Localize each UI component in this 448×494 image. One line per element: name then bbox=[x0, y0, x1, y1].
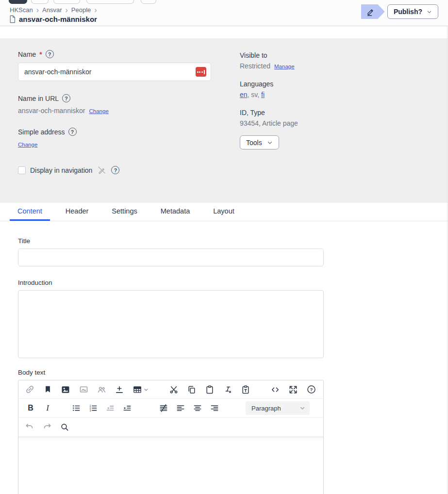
numbered-list-icon: 1 2 3 bbox=[88, 403, 98, 413]
page-title-row: ansvar-och-människor bbox=[9, 15, 97, 23]
chevron-down-icon bbox=[299, 405, 305, 411]
undo-icon bbox=[25, 422, 34, 432]
change-simple-address-link[interactable]: Change bbox=[18, 142, 37, 148]
fullscreen-button[interactable] bbox=[287, 382, 299, 397]
pencil-disabled-icon bbox=[97, 165, 107, 175]
svg-text:3: 3 bbox=[90, 409, 91, 412]
properties-panel: Name * ? Name in URL ? ansvar-och-mannis… bbox=[0, 38, 448, 203]
name-input[interactable] bbox=[18, 63, 211, 81]
tab-layout[interactable]: Layout bbox=[205, 203, 242, 221]
redo-icon bbox=[42, 422, 52, 432]
remove-format-button[interactable] bbox=[221, 382, 234, 397]
paste-text-icon bbox=[241, 385, 250, 395]
body-text-editing-area[interactable] bbox=[18, 437, 323, 494]
source-code-button[interactable] bbox=[269, 382, 282, 397]
title-label: Title bbox=[18, 237, 448, 245]
paste-button[interactable] bbox=[203, 382, 216, 397]
insert-content-button[interactable] bbox=[113, 382, 126, 397]
cut-off-button[interactable] bbox=[31, 0, 49, 4]
justify-none-icon bbox=[159, 403, 168, 413]
title-input[interactable] bbox=[18, 248, 324, 266]
redo-button[interactable] bbox=[41, 420, 53, 434]
table-icon bbox=[133, 385, 142, 395]
help-icon[interactable]: ? bbox=[68, 128, 77, 136]
editor-help-button[interactable]: ? bbox=[305, 382, 317, 397]
cut-off-button[interactable] bbox=[141, 0, 156, 4]
source-code-icon bbox=[270, 385, 280, 395]
paste-as-text-button[interactable] bbox=[239, 382, 252, 397]
breadcrumb-separator: › bbox=[66, 7, 68, 13]
tools-button[interactable]: Tools bbox=[240, 135, 279, 149]
name-in-url-label: Name in URL bbox=[18, 95, 59, 102]
language-link-fi[interactable]: fi bbox=[261, 91, 265, 99]
breadcrumb-item[interactable]: People bbox=[71, 6, 91, 14]
link-button[interactable] bbox=[23, 382, 36, 397]
cut-icon bbox=[169, 385, 179, 395]
cut-off-button[interactable] bbox=[53, 0, 80, 4]
outdent-button[interactable] bbox=[104, 401, 116, 415]
format-dropdown[interactable]: Paragraph bbox=[246, 401, 310, 415]
help-icon[interactable]: ? bbox=[46, 50, 54, 58]
breadcrumb-item[interactable]: Ansvar bbox=[42, 6, 62, 14]
numbered-list-button[interactable]: 1 2 3 bbox=[87, 401, 100, 415]
languages-label: Languages bbox=[240, 80, 376, 88]
cut-button[interactable] bbox=[167, 382, 180, 397]
cut-off-button[interactable] bbox=[9, 0, 27, 4]
tab-content[interactable]: Content bbox=[10, 203, 50, 221]
justify-none-button[interactable] bbox=[157, 401, 170, 415]
indent-button[interactable] bbox=[121, 401, 133, 415]
undo-button[interactable] bbox=[23, 420, 36, 434]
paste-icon bbox=[205, 385, 215, 395]
bullet-list-button[interactable] bbox=[70, 401, 83, 415]
editor-toolbar-row1: ? bbox=[18, 380, 323, 399]
language-link-en[interactable]: en bbox=[240, 91, 248, 99]
edit-mode-badge[interactable] bbox=[361, 4, 385, 19]
header-actions: Publish? bbox=[361, 4, 438, 19]
tab-header[interactable]: Header bbox=[58, 203, 97, 221]
image-frame-icon bbox=[79, 384, 89, 395]
find-replace-button[interactable] bbox=[58, 420, 71, 434]
search-icon bbox=[60, 422, 69, 432]
introduction-label: Introduction bbox=[18, 279, 448, 286]
align-center-button[interactable] bbox=[191, 401, 204, 415]
outdent-icon bbox=[105, 403, 115, 413]
insert-image-button[interactable] bbox=[59, 382, 72, 397]
chevron-down-icon bbox=[267, 140, 273, 146]
italic-button[interactable]: I bbox=[41, 401, 54, 415]
display-in-navigation-checkbox[interactable] bbox=[18, 166, 26, 174]
simple-address-label: Simple address bbox=[18, 128, 65, 136]
tab-settings[interactable]: Settings bbox=[104, 203, 145, 221]
remove-format-icon bbox=[223, 385, 232, 395]
italic-icon: I bbox=[46, 403, 49, 413]
breadcrumb-item[interactable]: HKScan bbox=[10, 6, 33, 14]
align-left-icon bbox=[176, 403, 185, 413]
align-right-button[interactable] bbox=[208, 401, 221, 415]
tab-metadata[interactable]: Metadata bbox=[153, 203, 198, 221]
align-center-icon bbox=[193, 403, 202, 413]
breadcrumb: HKScan › Ansvar › People › bbox=[10, 6, 97, 14]
grammar-extension-icon[interactable] bbox=[196, 67, 206, 77]
publish-button-label: Publish? bbox=[394, 8, 422, 16]
visible-to-label: Visible to bbox=[240, 51, 376, 59]
indent-icon bbox=[122, 403, 132, 413]
bold-button[interactable]: B bbox=[24, 401, 37, 415]
bookmark-icon bbox=[43, 385, 52, 394]
anchor-bookmark-button[interactable] bbox=[41, 382, 54, 397]
align-left-button[interactable] bbox=[174, 401, 187, 415]
document-icon bbox=[9, 15, 16, 23]
help-icon[interactable]: ? bbox=[62, 94, 70, 102]
copy-button[interactable] bbox=[185, 382, 198, 397]
introduction-textarea[interactable] bbox=[18, 290, 324, 358]
chevron-down-icon bbox=[427, 9, 432, 15]
personalized-content-button[interactable] bbox=[95, 382, 108, 397]
publish-button[interactable]: Publish? bbox=[387, 4, 438, 19]
help-icon[interactable]: ? bbox=[111, 166, 119, 174]
change-url-link[interactable]: Change bbox=[89, 108, 109, 114]
image-properties-button[interactable] bbox=[77, 382, 90, 397]
table-menu-button[interactable] bbox=[131, 382, 149, 397]
top-edge-buttons bbox=[9, 0, 156, 4]
cut-off-button[interactable] bbox=[86, 0, 134, 4]
manage-visibility-link[interactable]: Manage bbox=[274, 64, 295, 69]
editor-toolbar-row2: B I 1 2 3 bbox=[18, 399, 323, 418]
insert-content-icon bbox=[115, 385, 124, 395]
